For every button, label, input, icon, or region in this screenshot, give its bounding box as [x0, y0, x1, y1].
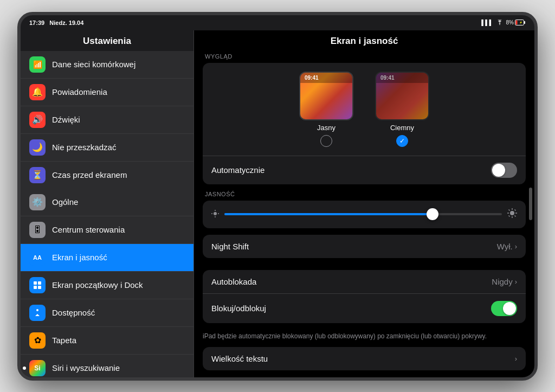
autoblokada-value: Nigdy: [492, 277, 512, 286]
wifi-icon: [496, 20, 504, 26]
panel-title: Ekran i jasność: [194, 30, 534, 53]
main-content: Ustawienia 📶 Dane sieci komórkowej 🔔 Pow…: [21, 30, 534, 377]
blokuj-toggle[interactable]: [491, 301, 517, 316]
automatycznie-toggle[interactable]: [491, 163, 517, 178]
night-shift-right: Wył. ›: [497, 242, 517, 251]
night-shift-row[interactable]: Night Shift Wył. ›: [203, 235, 526, 258]
notifications-icon: 🔔: [29, 84, 46, 100]
preview-time-dark: 09:41: [376, 73, 428, 83]
svg-rect-5: [38, 281, 41, 285]
sidebar-item-ekran-poczatkowy[interactable]: Ekran początkowy i Dock: [21, 272, 193, 299]
home-screen-label: Ekran początkowy i Dock: [52, 280, 143, 290]
brightness-row: [203, 201, 526, 228]
sidebar-item-cellular[interactable]: 📶 Dane sieci komórkowej: [21, 51, 193, 79]
scroll-indicator: [529, 188, 532, 220]
ipad-frame: 17:39 Niedz. 19.04 ▌▌▌ 8%: [17, 12, 538, 381]
svg-rect-7: [38, 286, 41, 289]
svg-line-20: [515, 215, 516, 216]
automatycznie-label: Automatycznie: [211, 165, 264, 175]
home-screen-icon: [29, 277, 46, 293]
siri-icon: Si: [29, 360, 46, 376]
ciemny-check[interactable]: ✓: [396, 135, 408, 147]
accessibility-icon: [29, 305, 46, 321]
svg-rect-3: [524, 21, 525, 24]
night-shift-value: Wył.: [497, 242, 513, 251]
wielkosc-tekstu-chevron: ›: [515, 355, 517, 363]
screen-time-icon: ⏳: [29, 167, 46, 183]
sidebar-item-powiadomienia[interactable]: 🔔 Powiadomienia: [21, 79, 193, 106]
blokuj-description: iPad będzie automatycznie blokowany (lub…: [194, 330, 534, 348]
sidebar-group-1: 🔔 Powiadomienia 🔊 Dźwięki 🌙 Nie przeszka…: [21, 79, 193, 189]
brightness-slider[interactable]: [224, 213, 502, 215]
night-shift-label: Night Shift: [211, 242, 249, 251]
blokuj-label: Blokuj/odblokuj: [211, 304, 266, 313]
brightness-thumb[interactable]: [427, 208, 438, 220]
automatycznie-row: Automatycznie: [203, 156, 526, 184]
autoblokada-row[interactable]: Autoblokada Nigdy ›: [203, 270, 526, 294]
sidebar-item-dzwieki[interactable]: 🔊 Dźwięki: [21, 106, 193, 134]
lock-card: Autoblokada Nigdy › Blokuj/odblokuj: [203, 270, 526, 323]
sidebar-item-nie-przeszkadzac[interactable]: 🌙 Nie przeszkadzać: [21, 134, 193, 162]
night-shift-card: Night Shift Wył. ›: [203, 235, 526, 258]
sidebar-group-2: ⚙️ Ogólne 🎛 Centrum sterowania AA Ekran …: [21, 189, 193, 377]
ciemny-label: Ciemny: [390, 124, 414, 132]
night-shift-chevron: ›: [515, 242, 517, 250]
appearance-ciemny[interactable]: 09:41 Ciemny ✓: [375, 72, 429, 147]
brightness-card: [203, 201, 526, 228]
sidebar-item-centrum-sterowania[interactable]: 🎛 Centrum sterowania: [21, 216, 193, 244]
svg-rect-2: [516, 21, 518, 25]
autoblokada-label: Autoblokada: [211, 277, 256, 286]
svg-point-14: [510, 211, 514, 215]
control-center-label: Centrum sterowania: [52, 225, 125, 234]
sidebar-item-ekran-jasnosc[interactable]: AA Ekran i jasność: [21, 244, 193, 272]
status-date: Niedz. 19.04: [49, 20, 83, 26]
sounds-label: Dźwięki: [52, 115, 80, 124]
cellular-label: Dane sieci komórkowej: [52, 60, 135, 69]
sidebar-item-ogolne[interactable]: ⚙️ Ogólne: [21, 189, 193, 216]
brightness-fill: [224, 213, 433, 215]
general-icon: ⚙️: [29, 194, 46, 210]
sidebar: Ustawienia 📶 Dane sieci komórkowej 🔔 Pow…: [21, 30, 194, 377]
svg-line-19: [509, 209, 510, 210]
preview-time-light: 09:41: [300, 73, 352, 83]
blokuj-row: Blokuj/odblokuj: [203, 294, 526, 323]
wielkosc-tekstu-label: Wielkość tekstu: [211, 354, 268, 363]
jasny-preview: 09:41: [299, 72, 353, 120]
siri-label: Siri i wyszukiwanie: [52, 363, 120, 372]
wallpaper-icon: ✿: [29, 332, 46, 349]
check-mark-icon: ✓: [399, 137, 405, 145]
brightness-high-icon: [507, 208, 517, 221]
status-time-date: 17:39 Niedz. 19.04: [29, 20, 83, 26]
right-panel: Ekran i jasność WYGLĄD 09:41 Jasny: [194, 30, 534, 377]
svg-rect-6: [34, 286, 37, 289]
blokuj-knob: [503, 302, 516, 315]
brightness-low-icon: [211, 210, 219, 219]
sidebar-item-tapeta[interactable]: ✿ Tapeta: [21, 327, 193, 355]
svg-point-8: [36, 309, 38, 311]
spacer-1: [194, 265, 534, 270]
jasny-check[interactable]: [320, 135, 332, 147]
sidebar-item-siri[interactable]: Si Siri i wyszukiwanie: [21, 355, 193, 377]
sidebar-item-czas-przed-ekranem[interactable]: ⏳ Czas przed ekranem: [21, 162, 193, 189]
autoblokada-chevron: ›: [515, 278, 517, 286]
display-label: Ekran i jasność: [52, 253, 107, 262]
cellular-icon: 📶: [29, 56, 46, 73]
autoblokada-right: Nigdy ›: [492, 277, 517, 286]
sidebar-title: Ustawienia: [21, 30, 193, 51]
wielkosc-tekstu-right: ›: [515, 355, 517, 363]
wielkosc-tekstu-row[interactable]: Wielkość tekstu ›: [203, 347, 526, 370]
jasny-label: Jasny: [317, 124, 335, 132]
status-bar: 17:39 Niedz. 19.04 ▌▌▌ 8%: [21, 15, 534, 30]
svg-point-0: [499, 24, 500, 24]
appearance-jasny[interactable]: 09:41 Jasny: [299, 72, 353, 147]
sidebar-item-dostepnosc[interactable]: Dostępność: [21, 299, 193, 327]
status-time: 17:39: [29, 20, 44, 26]
svg-line-22: [509, 215, 510, 216]
text-size-card: Wielkość tekstu ›: [203, 347, 526, 370]
ciemny-preview: 09:41: [375, 72, 429, 120]
wallpaper-label: Tapeta: [52, 336, 76, 345]
dnd-label: Nie przeszkadzać: [52, 143, 116, 152]
general-label: Ogólne: [52, 197, 78, 207]
appearance-card: 09:41 Jasny 09:41 Ciemny ✓: [203, 63, 526, 184]
bullet-indicator: [23, 367, 26, 370]
